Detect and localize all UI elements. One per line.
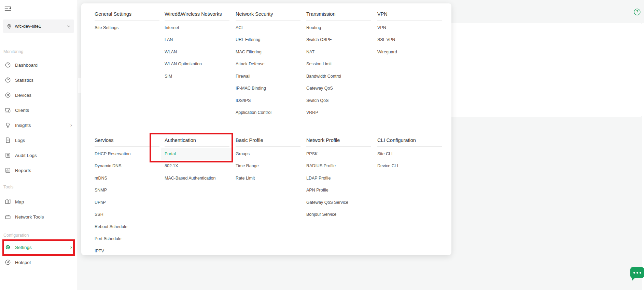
- gear-icon: [5, 244, 11, 250]
- menu-item-wireguard[interactable]: Wireguard: [374, 46, 446, 58]
- menu-item-reboot-schedule[interactable]: Reboot Schedule: [91, 221, 163, 233]
- menu-item-switch-qos[interactable]: Switch QoS: [303, 94, 375, 107]
- clients-icon: [5, 107, 11, 113]
- hotspot-icon: [5, 259, 11, 265]
- menu-item-time-range[interactable]: Time Range: [232, 160, 304, 172]
- menu-item-port-schedule[interactable]: Port Schedule: [91, 233, 163, 245]
- sidebar-item-label: Map: [15, 199, 24, 205]
- menu-column-title: VPN: [377, 11, 442, 21]
- menu-item-session-limit[interactable]: Session Limit: [303, 58, 375, 70]
- menu-item-ids-ips[interactable]: IDS/IPS: [232, 94, 304, 107]
- devices-icon: [5, 92, 11, 98]
- menu-item-site-settings[interactable]: Site Settings: [91, 22, 163, 34]
- menu-item-rate-limit[interactable]: Rate Limit: [232, 172, 304, 184]
- menu-column-wired-wireless-networks: Wired&Wireless NetworksInternetLANWLANWL…: [165, 11, 229, 82]
- menu-item-lan[interactable]: LAN: [161, 34, 233, 46]
- menu-item-upnp[interactable]: UPnP: [91, 196, 163, 209]
- chevron-right-icon: ›: [70, 122, 78, 128]
- menu-item-url-filtering[interactable]: URL Filtering: [232, 34, 304, 46]
- menu-column-title: Wired&Wireless Networks: [165, 11, 229, 21]
- sidebar-item-label: Devices: [15, 93, 31, 98]
- sidebar-item-hotspot[interactable]: Hotspot: [0, 255, 78, 270]
- menu-item-vpn[interactable]: VPN: [374, 22, 446, 34]
- chat-bubble-button[interactable]: [630, 267, 644, 278]
- menu-item-portal[interactable]: Portal: [161, 148, 233, 160]
- menu-column-general-settings: General SettingsSite Settings: [95, 11, 159, 34]
- menu-item-device-cli[interactable]: Device CLI: [374, 160, 446, 172]
- sidebar-item-network-tools[interactable]: Network Tools: [0, 209, 78, 224]
- menu-item-ldap-profile[interactable]: LDAP Profile: [303, 172, 375, 184]
- sidebar-item-reports[interactable]: Reports: [0, 163, 78, 178]
- collapse-sidebar-button[interactable]: [4, 4, 12, 13]
- sidebar-item-clients[interactable]: Clients: [0, 103, 78, 118]
- menu-column-title: Network Profile: [306, 137, 371, 147]
- menu-item-mac-based-authentication[interactable]: MAC-Based Authentication: [161, 172, 233, 184]
- menu-item-mdns[interactable]: mDNS: [91, 172, 163, 184]
- menu-item-application-control[interactable]: Application Control: [232, 107, 304, 119]
- menu-item-acl[interactable]: ACL: [232, 22, 304, 34]
- sidebar-item-label: Dashboard: [15, 63, 38, 68]
- sidebar-section-monitoring: MonitoringDashboardStatisticsDevicesClie…: [0, 48, 78, 178]
- list-icon: [5, 152, 11, 158]
- svg-text:?: ?: [636, 10, 638, 14]
- menu-item-ssh[interactable]: SSH: [91, 209, 163, 221]
- menu-item-ip-mac-binding[interactable]: IP-MAC Binding: [232, 82, 304, 95]
- menu-item-apn-profile[interactable]: APN Profile: [303, 184, 375, 197]
- sidebar-item-map[interactable]: Map: [0, 194, 78, 209]
- menu-item-attack-defense[interactable]: Attack Defense: [232, 58, 304, 70]
- menu-item-radius-profile[interactable]: RADIUS Profile: [303, 160, 375, 172]
- scrollbar[interactable]: [642, 23, 644, 290]
- menu-item-groups[interactable]: Groups: [232, 148, 304, 160]
- menu-column-cli-configuration: CLI ConfigurationSite CLIDevice CLI: [377, 137, 442, 172]
- menu-item-ppsk[interactable]: PPSK: [303, 148, 375, 160]
- sidebar-item-settings[interactable]: Settings›: [0, 240, 78, 255]
- menu-column-authentication: AuthenticationPortal802.1XMAC-Based Auth…: [165, 137, 229, 184]
- sidebar-section-tools: ToolsMapNetwork Tools: [0, 184, 78, 224]
- menu-item-wlan[interactable]: WLAN: [161, 46, 233, 58]
- sidebar-item-statistics[interactable]: Statistics: [0, 72, 78, 88]
- menu-column-title: Authentication: [165, 137, 229, 147]
- menu-item-bandwidth-control[interactable]: Bandwidth Control: [303, 70, 375, 82]
- menu-item-routing[interactable]: Routing: [303, 22, 375, 34]
- menu-item-firewall[interactable]: Firewall: [232, 70, 304, 82]
- menu-item-ssl-vpn[interactable]: SSL VPN: [374, 34, 446, 46]
- menu-item-site-cli[interactable]: Site CLI: [374, 148, 446, 160]
- question-circle-icon: ?: [633, 8, 641, 16]
- menu-items: PPSKRADIUS ProfileLDAP ProfileAPN Profil…: [306, 148, 371, 221]
- sidebar-item-dashboard[interactable]: Dashboard: [0, 57, 78, 72]
- menu-item-iptv[interactable]: IPTV: [91, 245, 163, 257]
- menu-item-bonjour-service[interactable]: Bonjour Service: [303, 209, 375, 221]
- toolbox-icon: [5, 214, 11, 220]
- menu-column-title: Basic Profile: [236, 137, 300, 147]
- sidebar-item-devices[interactable]: Devices: [0, 88, 78, 103]
- gauge-icon: [5, 62, 11, 68]
- menu-item-802-1x[interactable]: 802.1X: [161, 160, 233, 172]
- sidebar-item-logs[interactable]: Logs: [0, 133, 78, 148]
- sidebar-item-label: Network Tools: [15, 214, 44, 220]
- menu-column-title: CLI Configuration: [377, 137, 442, 147]
- menu-item-gateway-qos-service[interactable]: Gateway QoS Service: [303, 196, 375, 209]
- sidebar-item-insights[interactable]: Insights›: [0, 118, 78, 133]
- site-selector[interactable]: wfc-dev-site1: [3, 19, 74, 33]
- menu-item-switch-ospf[interactable]: Switch OSPF: [303, 34, 375, 46]
- sidebar-section-configuration: ConfigurationSettings›Hotspot: [0, 232, 78, 270]
- sidebar-item-audit-logs[interactable]: Audit Logs: [0, 148, 78, 163]
- menu-item-wlan-optimization[interactable]: WLAN Optimization: [161, 58, 233, 70]
- menu-item-gateway-qos[interactable]: Gateway QoS: [303, 82, 375, 95]
- menu-items: Site CLIDevice CLI: [377, 148, 442, 172]
- sidebar-item-label: Audit Logs: [15, 153, 37, 158]
- sidebar-item-label: Statistics: [15, 78, 33, 83]
- help-button[interactable]: ?: [633, 8, 641, 16]
- menu-item-internet[interactable]: Internet: [161, 22, 233, 34]
- menu-items: RoutingSwitch OSPFNATSession LimitBandwi…: [306, 22, 371, 119]
- menu-item-vrrp[interactable]: VRRP: [303, 107, 375, 119]
- menu-item-sim[interactable]: SIM: [161, 70, 233, 82]
- menu-item-snmp[interactable]: SNMP: [91, 184, 163, 197]
- menu-item-nat[interactable]: NAT: [303, 46, 375, 58]
- document-icon: [5, 137, 11, 143]
- menu-item-dhcp-reservation[interactable]: DHCP Reservation: [91, 148, 163, 160]
- sidebar: wfc-dev-site1 MonitoringDashboardStatist…: [0, 0, 78, 290]
- menu-item-dynamic-dns[interactable]: Dynamic DNS: [91, 160, 163, 172]
- menu-item-mac-filtering[interactable]: MAC Filtering: [232, 46, 304, 58]
- pie-chart-icon: [5, 77, 11, 83]
